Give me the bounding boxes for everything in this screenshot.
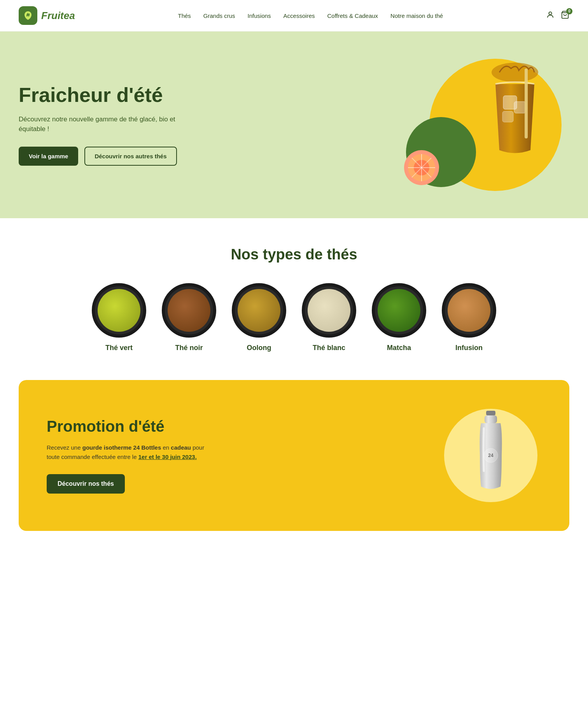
tea-label-matcha: Matcha (387, 344, 411, 352)
tea-cup-noir (162, 283, 216, 338)
brand-name: Fruitea (41, 10, 75, 22)
tea-item-noir[interactable]: Thé noir (162, 283, 216, 352)
svg-rect-14 (486, 411, 495, 415)
promo-title: Promotion d'été (47, 418, 218, 435)
hero-section: Fraicheur d'été Découvrez notre nouvelle… (0, 32, 588, 218)
nav-link-thes[interactable]: Thés (178, 12, 191, 19)
bottle-image: 24 (475, 409, 506, 496)
nav-actions: 0 (546, 11, 569, 21)
cart-badge: 0 (566, 8, 572, 14)
tea-cup-inner-blanc (308, 289, 350, 332)
lemon-drink-image (402, 148, 441, 187)
hero-subtitle: Découvrez notre nouvelle gamme de thé gl… (19, 114, 190, 134)
discover-teas-button[interactable]: Découvrir nos autres thés (84, 147, 177, 166)
hero-buttons: Voir la gamme Découvrir nos autres thés (19, 147, 190, 166)
promo-desc-bold2: cadeau (171, 444, 191, 451)
promo-visual: 24 (440, 405, 541, 506)
tea-item-oolong[interactable]: Oolong (232, 283, 286, 352)
tea-cup-inner-infusion (448, 289, 490, 332)
tea-label-noir: Thé noir (175, 344, 203, 352)
hero-text: Fraicheur d'été Découvrez notre nouvelle… (19, 84, 190, 165)
promo-desc-prefix: Recevez une (47, 444, 82, 451)
tea-cup-infusion (442, 283, 496, 338)
tea-cup-vert (92, 283, 146, 338)
logo-icon (19, 6, 37, 25)
svg-rect-15 (485, 415, 497, 423)
tea-cup-inner-vert (98, 289, 140, 332)
svg-rect-4 (514, 102, 526, 113)
tea-item-matcha[interactable]: Matcha (372, 283, 426, 352)
tea-label-infusion: Infusion (455, 344, 483, 352)
tea-cup-inner-matcha (378, 289, 420, 332)
tea-cup-oolong (232, 283, 286, 338)
hero-visual (383, 55, 569, 195)
see-range-button[interactable]: Voir la gamme (19, 147, 78, 166)
tea-label-vert: Thé vert (105, 344, 133, 352)
tea-types-title: Nos types de thés (19, 246, 569, 263)
nav-link-grands-crus[interactable]: Grands crus (203, 12, 235, 19)
tea-types-section: Nos types de thés Thé vert Thé noir Oolo… (0, 218, 588, 380)
nav-link-accessoires[interactable]: Accessoires (284, 12, 315, 19)
promo-cta-button[interactable]: Découvrir nos thés (47, 474, 125, 494)
hero-title: Fraicheur d'été (19, 84, 190, 106)
tea-item-vert[interactable]: Thé vert (92, 283, 146, 352)
promo-desc-bold: gourde isotherme 24 Bottles (82, 444, 161, 451)
nav-link-coffrets[interactable]: Coffrets & Cadeaux (327, 12, 378, 19)
tea-item-infusion[interactable]: Infusion (442, 283, 496, 352)
tea-label-oolong: Oolong (247, 344, 271, 352)
nav-link-maison[interactable]: Notre maison du thé (390, 12, 443, 19)
account-button[interactable] (546, 11, 555, 21)
promo-desc-middle: en (161, 444, 171, 451)
svg-point-2 (492, 63, 538, 82)
tea-cup-inner-noir (168, 289, 210, 332)
tea-label-blanc: Thé blanc (313, 344, 345, 352)
promo-description: Recevez une gourde isotherme 24 Bottles … (47, 443, 218, 462)
svg-rect-5 (502, 111, 513, 122)
promo-section: Promotion d'été Recevez une gourde isoth… (19, 380, 569, 531)
promo-desc-dates: 1er et le 30 juin 2023. (138, 454, 197, 460)
navigation: Fruitea Thés Grands crus Infusions Acces… (0, 0, 588, 32)
tea-item-blanc[interactable]: Thé blanc (302, 283, 356, 352)
svg-rect-6 (525, 68, 528, 138)
promo-text: Promotion d'été Recevez une gourde isoth… (47, 418, 218, 494)
tea-glass-image (468, 61, 554, 177)
nav-links: Thés Grands crus Infusions Accessoires C… (178, 12, 443, 19)
tea-cup-matcha (372, 283, 426, 338)
tea-grid: Thé vert Thé noir Oolong Thé blanc Match (19, 283, 569, 352)
cart-button[interactable]: 0 (561, 11, 569, 21)
tea-cup-blanc (302, 283, 356, 338)
svg-point-0 (549, 12, 551, 14)
nav-link-infusions[interactable]: Infusions (248, 12, 271, 19)
tea-cup-inner-oolong (238, 289, 280, 332)
svg-text:24: 24 (488, 453, 494, 458)
logo[interactable]: Fruitea (19, 6, 75, 25)
